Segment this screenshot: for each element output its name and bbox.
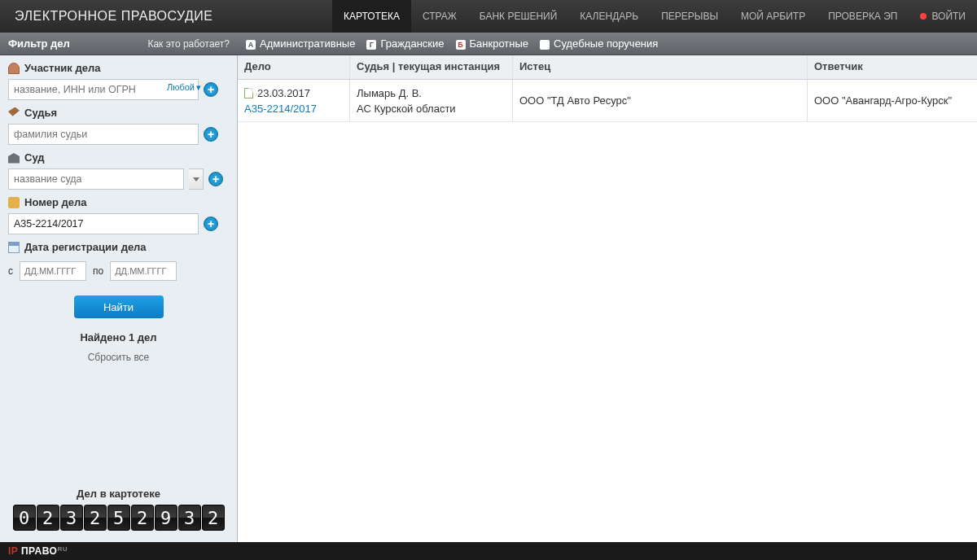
th-judge[interactable]: Судья | текущая инстанция <box>350 55 513 79</box>
add-judge-button[interactable]: + <box>204 127 218 142</box>
person-icon <box>8 63 20 74</box>
checkbox-icon: Г <box>366 40 376 50</box>
add-case-button[interactable]: + <box>204 217 218 231</box>
login-status-dot-icon <box>920 13 927 20</box>
reset-button[interactable]: Сбросить все <box>0 352 237 363</box>
judge-name: Лымарь Д. В. <box>357 87 506 99</box>
nav-proverka[interactable]: ПРОВЕРКА ЭП <box>817 0 909 33</box>
case-title: Номер дела <box>24 196 87 208</box>
date-from-label: с <box>8 265 13 277</box>
court-title: Суд <box>24 151 45 164</box>
gavel-icon <box>8 107 20 119</box>
participant-title: Участник дела <box>24 62 100 74</box>
secondary-bar: Фильтр дел Как это работает? ААдминистра… <box>0 33 977 55</box>
th-defendant[interactable]: Ответчик <box>808 55 977 79</box>
checkbox-icon: Б <box>456 40 466 50</box>
checkbox-icon: А <box>246 40 256 50</box>
add-participant-button[interactable]: + <box>204 82 218 97</box>
results-count: Найдено 1 дел <box>0 331 237 343</box>
case-number-link[interactable]: А35-2214/2017 <box>244 103 343 115</box>
top-nav: ЭЛЕКТРОННОЕ ПРАВОСУДИЕ КАРТОТЕКА СТРАЖ Б… <box>0 0 977 33</box>
participant-type-select[interactable]: Любой <box>167 82 201 93</box>
case-number-input[interactable] <box>8 213 199 234</box>
court-input[interactable] <box>8 168 184 190</box>
th-plaintiff[interactable]: Истец <box>513 55 808 79</box>
type-admin[interactable]: ААдминистративные <box>246 37 355 50</box>
footer: IP ПРАВОRU <box>0 542 977 560</box>
nav-calendar[interactable]: КАЛЕНДАРЬ <box>568 0 650 33</box>
checkbox-icon <box>540 40 550 50</box>
site-logo: ЭЛЕКТРОННОЕ ПРАВОСУДИЕ <box>0 9 228 24</box>
search-button[interactable]: Найти <box>74 295 164 318</box>
calendar-icon <box>8 242 20 253</box>
case-date: 23.03.2017 <box>257 87 310 99</box>
type-civil[interactable]: ГГражданские <box>366 37 444 50</box>
court-dropdown[interactable] <box>189 168 204 190</box>
type-bankrupt[interactable]: ББанкротные <box>456 37 529 50</box>
nav-myarbitr[interactable]: МОЙ АРБИТР <box>729 0 817 33</box>
folder-icon <box>8 197 20 208</box>
judge-input[interactable] <box>8 124 199 145</box>
th-case[interactable]: Дело <box>238 55 350 79</box>
add-court-button[interactable]: + <box>208 172 223 186</box>
counter-label: Дел в картотеке <box>0 488 237 500</box>
table-row[interactable]: 23.03.2017 А35-2214/2017 Лымарь Д. В. АС… <box>238 80 977 122</box>
how-it-works-link[interactable]: Как это работает? <box>147 38 230 50</box>
results-panel: Дело Судья | текущая инстанция Истец Отв… <box>238 55 977 542</box>
nav-strazh[interactable]: СТРАЖ <box>411 0 468 33</box>
table-header: Дело Судья | текущая инстанция Истец Отв… <box>238 55 977 80</box>
type-orders[interactable]: Судебные поручения <box>540 37 658 50</box>
court-icon <box>8 152 20 164</box>
document-icon <box>244 88 253 98</box>
judge-title: Судья <box>24 107 57 119</box>
footer-logo[interactable]: IP ПРАВОRU <box>8 545 68 557</box>
defendant-name: ООО "Авангард-Агро-Курск" <box>814 94 970 107</box>
court-name: АС Курской области <box>357 103 506 115</box>
filter-sidebar: Участник дела Любой + Судья + Суд + Номе… <box>0 55 238 542</box>
login-label: ВОЙТИ <box>931 11 966 22</box>
nav-bank[interactable]: БАНК РЕШЕНИЙ <box>468 0 569 33</box>
date-title: Дата регистрации дела <box>24 241 147 253</box>
plaintiff-name: ООО "ТД Авто Ресурс" <box>519 94 800 107</box>
login-button[interactable]: ВОЙТИ <box>909 0 977 33</box>
case-counter: 0 2 3 2 5 2 9 3 2 <box>13 505 225 531</box>
date-to-input[interactable] <box>110 261 177 281</box>
nav-kartoteka[interactable]: КАРТОТЕКА <box>332 0 411 33</box>
filter-title: Фильтр дел <box>8 37 70 50</box>
date-to-label: по <box>93 265 103 277</box>
date-from-input[interactable] <box>20 261 86 281</box>
nav-pererivy[interactable]: ПЕРЕРЫВЫ <box>650 0 729 33</box>
